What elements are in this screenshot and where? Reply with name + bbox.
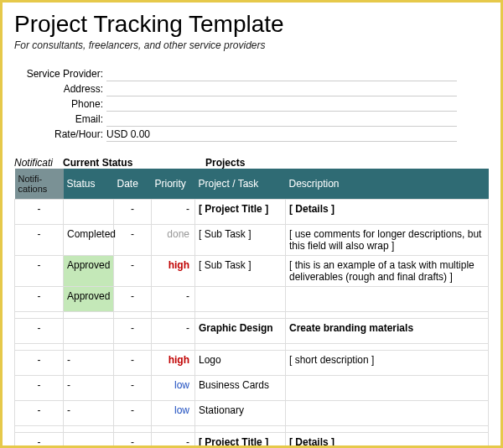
col-project-task: Project / Task xyxy=(195,169,286,200)
value-email[interactable] xyxy=(106,112,457,127)
label-service-provider: Service Provider: xyxy=(14,68,106,80)
cell-desc[interactable]: Create branding materials xyxy=(286,319,489,344)
separator-cell xyxy=(286,344,489,351)
separator-cell xyxy=(64,426,114,433)
cell-desc[interactable] xyxy=(286,376,489,401)
cell-task[interactable]: Stationary xyxy=(195,401,286,426)
cell-priority[interactable]: high xyxy=(152,256,195,287)
cell-priority[interactable]: high xyxy=(152,351,195,376)
separator-cell xyxy=(64,344,114,351)
cell-desc[interactable]: [ this is an example of a task with mult… xyxy=(286,256,489,287)
col-notifications: Notifi- cations xyxy=(15,169,64,200)
section-notifications: Notificati xyxy=(14,157,63,169)
cell-desc[interactable]: [ use comments for longer descriptions, … xyxy=(286,225,489,256)
cell-status[interactable]: Completed xyxy=(64,225,114,256)
cell-date[interactable]: - xyxy=(114,319,152,344)
separator-cell xyxy=(15,426,64,433)
cell-date[interactable]: - xyxy=(114,256,152,287)
cell-task[interactable]: Business Cards xyxy=(195,376,286,401)
cell-date[interactable]: - xyxy=(114,351,152,376)
cell-desc[interactable] xyxy=(286,287,489,312)
cell-task[interactable]: Logo xyxy=(195,351,286,376)
cell-task[interactable]: [ Project Title ] xyxy=(195,433,286,448)
cell-notif[interactable]: - xyxy=(15,376,64,401)
table-row: -Approved-high[ Sub Task ][ this is an e… xyxy=(15,256,489,287)
cell-priority[interactable]: done xyxy=(152,225,195,256)
cell-task[interactable]: [ Sub Task ] xyxy=(195,256,286,287)
separator-cell xyxy=(195,344,286,351)
separator-cell xyxy=(15,312,64,319)
cell-status[interactable] xyxy=(64,200,114,225)
table-row: -Approved-- xyxy=(15,287,489,312)
cell-date[interactable]: - xyxy=(114,287,152,312)
cell-desc[interactable]: [ Details ] xyxy=(286,200,489,225)
cell-notif[interactable]: - xyxy=(15,287,64,312)
cell-priority[interactable]: - xyxy=(152,319,195,344)
table-row xyxy=(15,344,489,351)
cell-notif[interactable]: - xyxy=(15,256,64,287)
table-row: ---[ Project Title ][ Details ] xyxy=(15,200,489,225)
cell-notif[interactable]: - xyxy=(15,319,64,344)
label-address: Address: xyxy=(14,83,106,95)
cell-notif[interactable]: - xyxy=(15,433,64,448)
value-service-provider[interactable] xyxy=(106,67,457,81)
value-rate-hour[interactable]: USD 0.00 xyxy=(106,128,457,142)
separator-cell xyxy=(195,312,286,319)
cell-date[interactable]: - xyxy=(114,225,152,256)
separator-cell xyxy=(152,312,195,319)
cell-notif[interactable]: - xyxy=(15,225,64,256)
cell-status[interactable]: - xyxy=(64,351,114,376)
cell-priority[interactable]: - xyxy=(152,287,195,312)
col-description: Description xyxy=(286,169,489,200)
section-headers: Notificati Current Status Projects xyxy=(14,157,489,169)
label-rate-hour: Rate/Hour: xyxy=(14,128,106,140)
info-block: Service Provider: Address: Phone: Email:… xyxy=(14,66,489,142)
cell-task[interactable]: Graphic Design xyxy=(195,319,286,344)
cell-status[interactable] xyxy=(64,319,114,344)
cell-priority[interactable]: low xyxy=(152,376,195,401)
cell-date[interactable]: - xyxy=(114,433,152,448)
cell-task[interactable] xyxy=(195,287,286,312)
col-status: Status xyxy=(64,169,114,200)
separator-cell xyxy=(286,312,489,319)
cell-priority[interactable]: - xyxy=(152,200,195,225)
separator-cell xyxy=(114,344,152,351)
separator-cell xyxy=(64,312,114,319)
cell-desc[interactable] xyxy=(286,401,489,426)
section-projects: Projects xyxy=(205,157,245,169)
value-address[interactable] xyxy=(106,82,457,96)
value-phone[interactable] xyxy=(106,97,457,112)
cell-priority[interactable]: - xyxy=(152,433,195,448)
table-row: ---lowBusiness Cards xyxy=(15,376,489,401)
cell-status[interactable] xyxy=(64,433,114,448)
cell-notif[interactable]: - xyxy=(15,401,64,426)
table-row: ---[ Project Title ][ Details ] xyxy=(15,433,489,448)
col-priority: Priority xyxy=(152,169,195,200)
cell-task[interactable]: [ Sub Task ] xyxy=(195,225,286,256)
separator-cell xyxy=(286,426,489,433)
cell-status[interactable]: Approved xyxy=(64,287,114,312)
label-phone: Phone: xyxy=(14,98,106,110)
table-row xyxy=(15,312,489,319)
cell-status[interactable]: - xyxy=(64,401,114,426)
cell-desc[interactable]: [ short description ] xyxy=(286,351,489,376)
cell-notif[interactable]: - xyxy=(15,351,64,376)
cell-date[interactable]: - xyxy=(114,401,152,426)
cell-desc[interactable]: [ Details ] xyxy=(286,433,489,448)
cell-status[interactable]: Approved xyxy=(64,256,114,287)
section-current-status: Current Status xyxy=(63,157,205,169)
separator-cell xyxy=(114,426,152,433)
separator-cell xyxy=(152,344,195,351)
cell-status[interactable]: - xyxy=(64,376,114,401)
separator-cell xyxy=(152,426,195,433)
table-row: ---Graphic DesignCreate branding materia… xyxy=(15,319,489,344)
page-title: Project Tracking Template xyxy=(14,11,489,38)
cell-task[interactable]: [ Project Title ] xyxy=(195,200,286,225)
label-email: Email: xyxy=(14,113,106,125)
cell-date[interactable]: - xyxy=(114,200,152,225)
cell-priority[interactable]: low xyxy=(152,401,195,426)
cell-date[interactable]: - xyxy=(114,376,152,401)
table-row xyxy=(15,426,489,433)
page-subtitle: For consultants, freelancers, and other … xyxy=(14,39,489,51)
cell-notif[interactable]: - xyxy=(15,200,64,225)
